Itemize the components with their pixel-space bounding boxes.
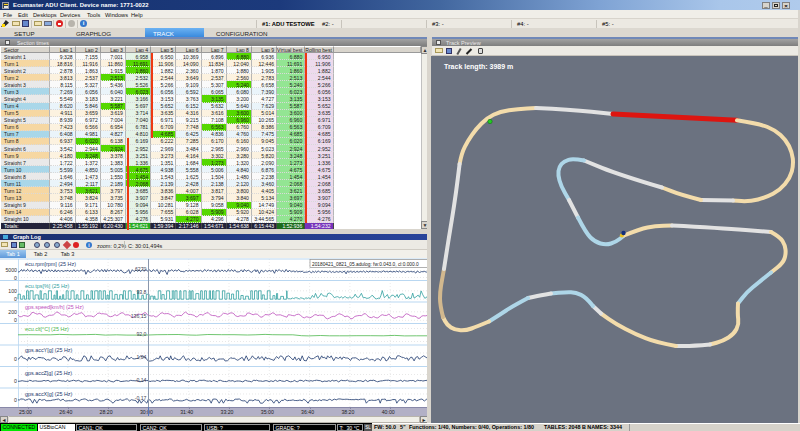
- svg-text:gps.speed[km/h] (25 Hz): gps.speed[km/h] (25 Hz): [25, 304, 84, 310]
- svg-text:ecu.clt[°C] (25 Hz): ecu.clt[°C] (25 Hz): [25, 326, 69, 332]
- svg-text:5000: 5000: [5, 267, 17, 273]
- svg-text:ecu.tps[%] (25 Hz): ecu.tps[%] (25 Hz): [25, 283, 70, 289]
- svg-text:gps.accY[g] (25 Hz): gps.accY[g] (25 Hz): [25, 347, 73, 353]
- svg-text:gps.accZ[g] (25 Hz): gps.accZ[g] (25 Hz): [25, 370, 72, 376]
- svg-text:0: 0: [14, 296, 17, 302]
- svg-text:20180421_0821_05.adulog: fw:0.: 20180421_0821_05.adulog: fw:0.043.0, cl:…: [312, 262, 419, 267]
- svg-text:200: 200: [8, 309, 17, 315]
- svg-text:1,04: 1,04: [136, 354, 146, 360]
- svg-text:ecu.rpm[rpm] (25 Hz): ecu.rpm[rpm] (25 Hz): [25, 261, 76, 267]
- svg-text:93,8: 93,8: [136, 289, 146, 295]
- svg-text:6270: 6270: [135, 266, 147, 272]
- svg-text:136,15: 136,15: [131, 313, 147, 319]
- svg-text:100: 100: [8, 288, 17, 294]
- svg-text:-0,17: -0,17: [135, 395, 147, 401]
- svg-text:0: 0: [14, 397, 17, 403]
- svg-text:0: 0: [14, 356, 17, 362]
- svg-text:92,0: 92,0: [136, 331, 146, 337]
- svg-text:0: 0: [14, 275, 17, 281]
- svg-text:gps.accX[g] (25 Hz): gps.accX[g] (25 Hz): [25, 391, 73, 397]
- svg-text:0: 0: [14, 378, 17, 384]
- svg-text:0: 0: [14, 317, 17, 323]
- svg-text:0,14: 0,14: [136, 377, 146, 383]
